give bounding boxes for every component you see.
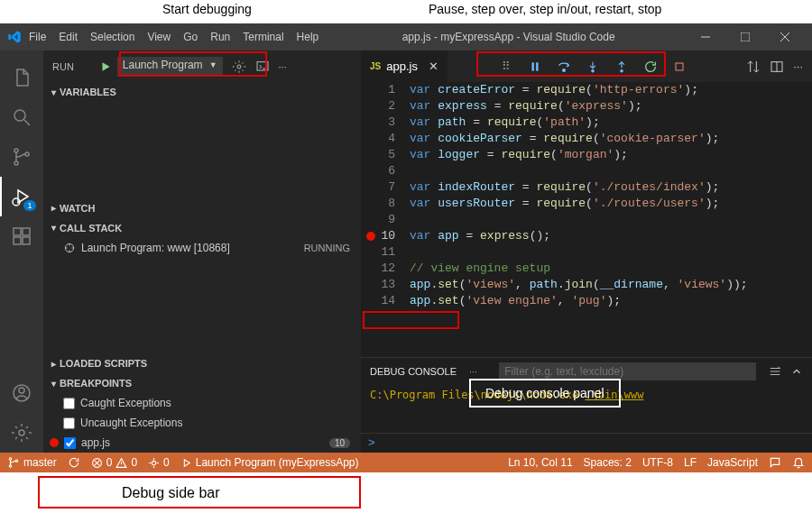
status-problems[interactable]: 0 0: [91, 456, 137, 469]
clear-console-icon[interactable]: [769, 365, 781, 378]
activity-source-control[interactable]: [0, 137, 43, 177]
grip-icon[interactable]: ⠿: [495, 56, 517, 78]
menu-file[interactable]: File: [29, 31, 46, 43]
activity-settings[interactable]: [0, 413, 43, 453]
status-feedback-icon[interactable]: [769, 456, 781, 469]
code-line[interactable]: [410, 212, 812, 228]
status-encoding[interactable]: UTF-8: [642, 456, 673, 469]
status-bell-icon[interactable]: [792, 456, 805, 469]
code-editor[interactable]: 1234567891011121314 var createError = re…: [361, 82, 812, 357]
start-debug-icon[interactable]: [99, 60, 112, 73]
status-position[interactable]: Ln 10, Col 11: [508, 456, 572, 469]
svg-rect-27: [676, 63, 683, 70]
section-breakpoints[interactable]: ▾BREAKPOINTS: [43, 373, 361, 393]
window-close[interactable]: [765, 23, 805, 50]
launch-config-select[interactable]: Launch Program ▼: [117, 57, 223, 77]
window-maximize[interactable]: [725, 23, 765, 50]
checkbox-uncaught[interactable]: [63, 417, 75, 429]
menu-view[interactable]: View: [147, 31, 171, 43]
step-into-button[interactable]: [582, 56, 604, 78]
section-callstack[interactable]: ▾CALL STACK: [43, 218, 361, 238]
pause-button[interactable]: [524, 56, 546, 78]
status-sync[interactable]: [68, 456, 80, 469]
panel-tab-debug-console[interactable]: DEBUG CONSOLE: [370, 366, 457, 377]
code-line[interactable]: [410, 163, 812, 179]
code-line[interactable]: var usersRouter = require('./routes/user…: [410, 196, 812, 212]
code-line[interactable]: var express = require('express');: [410, 98, 812, 115]
panel-collapse-icon[interactable]: [790, 365, 803, 378]
panel-more-icon[interactable]: ···: [469, 366, 477, 377]
close-icon[interactable]: ✕: [429, 60, 438, 73]
section-watch[interactable]: ▸WATCH: [43, 198, 361, 218]
callstack-item[interactable]: Launch Program: www [10868] RUNNING: [43, 238, 361, 258]
checkbox-appjs[interactable]: [64, 437, 76, 449]
status-branch[interactable]: master: [7, 456, 57, 469]
status-eol[interactable]: LF: [684, 456, 697, 469]
status-indent[interactable]: Spaces: 2: [584, 456, 632, 469]
annotation-debug-console: Debug console panel: [469, 379, 621, 408]
step-over-button[interactable]: [553, 56, 575, 78]
menu-terminal[interactable]: Terminal: [243, 31, 283, 43]
breakpoint-uncaught-exceptions[interactable]: Uncaught Exceptions: [43, 413, 361, 433]
window-minimize[interactable]: [686, 23, 725, 50]
breakpoint-file[interactable]: app.js10: [43, 433, 361, 453]
svg-point-26: [620, 69, 622, 71]
activity-search[interactable]: [0, 97, 43, 137]
section-variables[interactable]: ▾VARIABLES: [43, 82, 361, 102]
menu-selection[interactable]: Selection: [90, 31, 134, 43]
stop-button[interactable]: [669, 56, 690, 78]
code-line[interactable]: var path = require('path');: [410, 115, 812, 131]
gutter-line[interactable]: 5: [361, 147, 395, 163]
code-line[interactable]: var cookieParser = require('cookie-parse…: [410, 131, 812, 147]
more-icon[interactable]: ···: [793, 60, 803, 73]
more-icon[interactable]: ···: [279, 61, 287, 72]
activity-accounts[interactable]: [0, 373, 43, 413]
code-line[interactable]: var indexRouter = require('./routes/inde…: [410, 179, 812, 196]
code-line[interactable]: var logger = require('morgan');: [410, 147, 812, 163]
code-line[interactable]: var createError = require('http-errors')…: [410, 82, 812, 98]
activity-run-debug[interactable]: 1: [0, 177, 43, 216]
gutter-line[interactable]: 14: [361, 293, 395, 309]
step-out-button[interactable]: [611, 56, 632, 78]
gear-icon[interactable]: [232, 60, 246, 74]
status-port[interactable]: 0: [148, 456, 170, 469]
gutter-line[interactable]: 11: [361, 244, 395, 261]
menu-run[interactable]: Run: [210, 31, 230, 43]
tab-appjs[interactable]: JS app.js ✕: [361, 50, 448, 82]
menu-help[interactable]: Help: [297, 31, 319, 43]
section-loaded-scripts[interactable]: ▸LOADED SCRIPTS: [43, 353, 361, 373]
activity-extensions[interactable]: [0, 216, 43, 256]
gutter-line[interactable]: 6: [361, 163, 395, 179]
activity-explorer[interactable]: [0, 58, 43, 97]
gutter-line[interactable]: 1: [361, 82, 395, 98]
gutter-line[interactable]: 4: [361, 131, 395, 147]
split-editor-icon[interactable]: [770, 60, 784, 74]
debug-console-filter[interactable]: [499, 362, 756, 380]
menu-edit[interactable]: Edit: [59, 31, 78, 43]
compare-icon[interactable]: [746, 60, 761, 74]
annotation-start-debugging: Start debugging: [162, 2, 252, 16]
gutter-line[interactable]: 12: [361, 261, 395, 277]
code-line[interactable]: [410, 244, 812, 261]
gutter-line[interactable]: 7: [361, 179, 395, 196]
gutter-line[interactable]: 2: [361, 98, 395, 115]
status-launch[interactable]: Launch Program (myExpressApp): [180, 456, 359, 469]
checkbox-caught[interactable]: [63, 398, 75, 409]
breakpoint-dot-icon[interactable]: [366, 232, 375, 241]
gutter-line[interactable]: 10: [361, 228, 395, 244]
code-line[interactable]: app.set('views', path.join(__dirname, 'v…: [410, 277, 812, 293]
code-line[interactable]: var app = express();: [410, 228, 812, 244]
debug-console-input[interactable]: >: [361, 433, 812, 453]
svg-rect-11: [14, 237, 21, 244]
code-line[interactable]: // view engine setup: [410, 261, 812, 277]
debug-console-icon[interactable]: [255, 60, 270, 74]
restart-button[interactable]: [640, 56, 661, 78]
gutter-line[interactable]: 13: [361, 277, 395, 293]
code-line[interactable]: app.set('view engine', 'pug');: [410, 293, 812, 309]
gutter-line[interactable]: 9: [361, 212, 395, 228]
status-language[interactable]: JavaScript: [707, 456, 758, 469]
gutter-line[interactable]: 8: [361, 196, 395, 212]
breakpoint-caught-exceptions[interactable]: Caught Exceptions: [43, 393, 361, 413]
menu-go[interactable]: Go: [183, 31, 198, 43]
gutter-line[interactable]: 3: [361, 115, 395, 131]
